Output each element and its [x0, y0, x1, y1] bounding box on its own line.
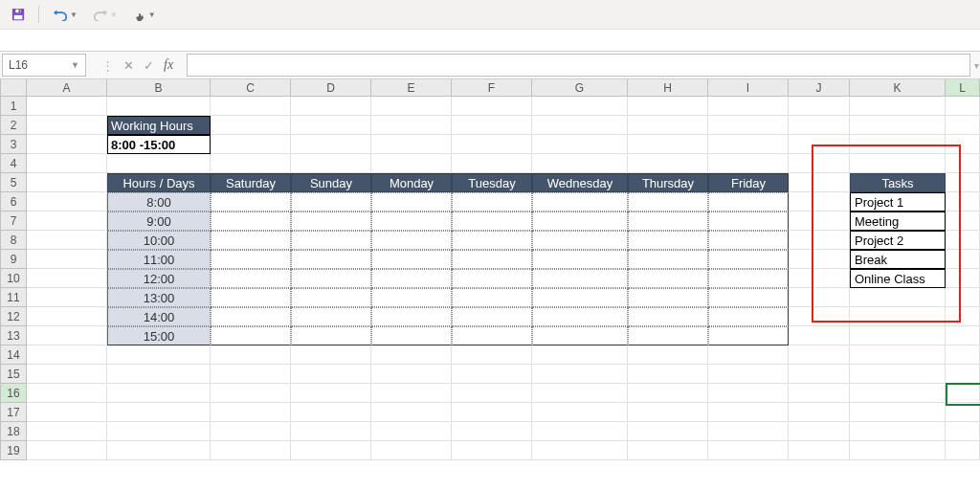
- cell[interactable]: [850, 307, 946, 326]
- schedule-hour[interactable]: 13:00: [107, 288, 211, 307]
- schedule-cell[interactable]: [708, 212, 789, 231]
- cell[interactable]: [789, 441, 850, 460]
- cell[interactable]: [532, 384, 628, 403]
- touch-mode-button[interactable]: ▼: [129, 3, 160, 26]
- cell[interactable]: [946, 250, 980, 269]
- schedule-hour[interactable]: 10:00: [107, 231, 211, 250]
- schedule-cell[interactable]: [628, 269, 708, 288]
- formula-bar-expand[interactable]: ▾: [972, 52, 980, 78]
- row-header[interactable]: 4: [0, 154, 27, 173]
- cell[interactable]: [27, 212, 107, 231]
- column-header[interactable]: D: [291, 79, 371, 97]
- row-header[interactable]: 8: [0, 231, 27, 250]
- schedule-cell[interactable]: [291, 307, 371, 326]
- task-item[interactable]: Break: [850, 250, 946, 269]
- cell[interactable]: [789, 269, 850, 288]
- schedule-cell[interactable]: [532, 307, 628, 326]
- schedule-cell[interactable]: [211, 326, 291, 345]
- schedule-day-header[interactable]: Thursday: [628, 173, 708, 192]
- column-header[interactable]: F: [452, 79, 532, 97]
- cell[interactable]: [628, 403, 708, 422]
- schedule-cell[interactable]: [628, 231, 708, 250]
- cell[interactable]: [452, 116, 532, 135]
- cell[interactable]: [946, 97, 980, 116]
- schedule-cell[interactable]: [708, 231, 789, 250]
- spreadsheet-grid[interactable]: A B C D E F G H I J K L 1: [0, 79, 980, 460]
- cell[interactable]: [27, 365, 107, 384]
- cell[interactable]: [371, 403, 452, 422]
- row-header[interactable]: 12: [0, 307, 27, 326]
- schedule-cell[interactable]: [708, 288, 789, 307]
- cell[interactable]: [291, 154, 371, 173]
- cell[interactable]: [946, 326, 980, 345]
- cell[interactable]: [291, 422, 371, 441]
- schedule-cell[interactable]: [291, 212, 371, 231]
- cell[interactable]: [708, 154, 789, 173]
- row-header[interactable]: 6: [0, 192, 27, 212]
- cell[interactable]: [708, 384, 789, 403]
- schedule-cell[interactable]: [708, 250, 789, 269]
- cell[interactable]: [789, 135, 850, 154]
- schedule-cell[interactable]: [371, 269, 452, 288]
- row-header[interactable]: 17: [0, 403, 27, 422]
- cell[interactable]: [107, 154, 211, 173]
- column-header[interactable]: E: [371, 79, 452, 97]
- cell[interactable]: [211, 365, 291, 384]
- cell[interactable]: [211, 154, 291, 173]
- cell[interactable]: [211, 116, 291, 135]
- schedule-cell[interactable]: [211, 192, 291, 212]
- column-header[interactable]: A: [27, 79, 107, 97]
- cell[interactable]: [628, 441, 708, 460]
- cell[interactable]: [27, 422, 107, 441]
- cell[interactable]: [789, 154, 850, 173]
- schedule-cell[interactable]: [708, 269, 789, 288]
- cell[interactable]: [850, 441, 946, 460]
- row-header[interactable]: 16: [0, 384, 27, 403]
- schedule-day-header[interactable]: Friday: [708, 173, 789, 192]
- cell[interactable]: [27, 97, 107, 116]
- cell[interactable]: [789, 345, 850, 365]
- schedule-cell[interactable]: [532, 288, 628, 307]
- schedule-cell[interactable]: [452, 326, 532, 345]
- schedule-cell[interactable]: [371, 192, 452, 212]
- schedule-cell[interactable]: [291, 192, 371, 212]
- cell[interactable]: [291, 441, 371, 460]
- cell[interactable]: [628, 97, 708, 116]
- cell[interactable]: [789, 212, 850, 231]
- cancel-icon[interactable]: ✕: [123, 58, 134, 73]
- cell[interactable]: [946, 173, 980, 192]
- cell[interactable]: [789, 288, 850, 307]
- schedule-cell[interactable]: [371, 212, 452, 231]
- options-icon[interactable]: ⋮: [101, 58, 114, 73]
- schedule-hour[interactable]: 12:00: [107, 269, 211, 288]
- cell[interactable]: [291, 384, 371, 403]
- schedule-hour[interactable]: 11:00: [107, 250, 211, 269]
- cell[interactable]: [708, 135, 789, 154]
- cell[interactable]: [946, 192, 980, 212]
- schedule-cell[interactable]: [211, 288, 291, 307]
- schedule-cell[interactable]: [291, 288, 371, 307]
- cell[interactable]: [532, 154, 628, 173]
- schedule-day-header[interactable]: Monday: [371, 173, 452, 192]
- schedule-cell[interactable]: [532, 326, 628, 345]
- cell[interactable]: [850, 135, 946, 154]
- cell[interactable]: [789, 97, 850, 116]
- cell[interactable]: [27, 135, 107, 154]
- cell[interactable]: [708, 403, 789, 422]
- row-header[interactable]: 9: [0, 250, 27, 269]
- cell[interactable]: [27, 307, 107, 326]
- cell[interactable]: [532, 116, 628, 135]
- cell[interactable]: [291, 116, 371, 135]
- cell-active[interactable]: [946, 384, 980, 403]
- cell[interactable]: [291, 345, 371, 365]
- schedule-cell[interactable]: [452, 212, 532, 231]
- schedule-cell[interactable]: [532, 231, 628, 250]
- cell[interactable]: [452, 154, 532, 173]
- column-header[interactable]: H: [628, 79, 708, 97]
- cell[interactable]: [27, 116, 107, 135]
- row-header[interactable]: 5: [0, 173, 27, 192]
- cell[interactable]: [291, 97, 371, 116]
- cell[interactable]: [850, 326, 946, 345]
- cell[interactable]: [850, 154, 946, 173]
- cell[interactable]: [211, 403, 291, 422]
